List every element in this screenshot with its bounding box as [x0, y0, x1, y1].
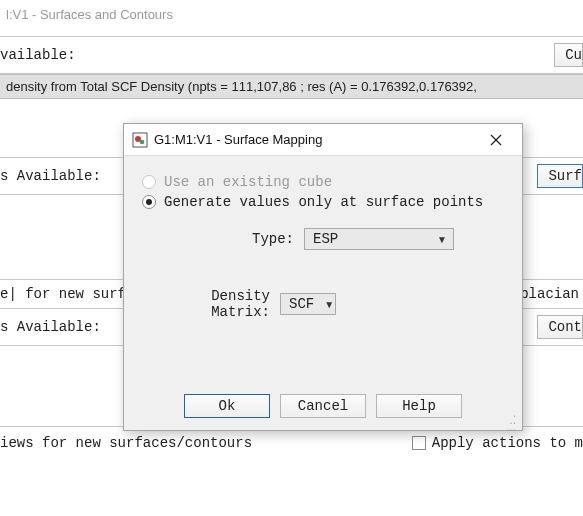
apply-label: Apply actions to m — [432, 435, 583, 451]
radio-icon — [142, 195, 156, 209]
apply-checkbox-group[interactable]: Apply actions to m — [412, 435, 583, 451]
background-window: l:V1 - Surfaces and Contours vailable: C… — [0, 0, 583, 516]
type-select[interactable]: ESP ▼ — [304, 228, 454, 250]
radio-existing-cube: Use an existing cube — [142, 174, 504, 190]
views-label: iews for new surfaces/contours — [0, 435, 252, 451]
cube-entry-text: density from Total SCF Density (npts = 1… — [6, 79, 477, 94]
surface-mapping-dialog: G1:M1:V1 - Surface Mapping Use an existi… — [123, 123, 523, 431]
radio-icon — [142, 175, 156, 189]
density-label: Density Matrix: — [152, 288, 280, 320]
new-surf-text: e| for new surf — [0, 286, 126, 302]
density-select[interactable]: SCF ▼ — [280, 293, 336, 315]
dialog-title: G1:M1:V1 - Surface Mapping — [154, 132, 478, 147]
density-value: SCF — [289, 296, 314, 312]
cubes-available-label: vailable: — [0, 47, 76, 63]
cube-list-item[interactable]: density from Total SCF Density (npts = 1… — [0, 74, 583, 99]
svg-point-2 — [140, 139, 145, 144]
close-button[interactable] — [478, 128, 514, 152]
contours-available-label: s Available: — [0, 319, 101, 335]
dialog-titlebar[interactable]: G1:M1:V1 - Surface Mapping — [124, 124, 522, 156]
apply-checkbox[interactable] — [412, 436, 426, 450]
app-icon — [132, 132, 148, 148]
bg-titlebar: l:V1 - Surfaces and Contours — [0, 0, 583, 28]
cu-button[interactable]: Cu — [554, 43, 583, 67]
chevron-down-icon: ▼ — [437, 234, 447, 245]
resize-grip-icon[interactable]: ...... — [502, 410, 516, 424]
radio-generate-values[interactable]: Generate values only at surface points — [142, 194, 504, 210]
ok-button[interactable]: Ok — [184, 394, 270, 418]
radio-existing-label: Use an existing cube — [164, 174, 332, 190]
help-button[interactable]: Help — [376, 394, 462, 418]
type-value: ESP — [313, 231, 338, 247]
cont-button[interactable]: Cont — [537, 315, 583, 339]
surfaces-available-label: s Available: — [0, 168, 101, 184]
radio-generate-label: Generate values only at surface points — [164, 194, 483, 210]
bg-window-title: l:V1 - Surfaces and Contours — [6, 7, 173, 22]
type-label: Type: — [176, 231, 304, 247]
close-icon — [490, 134, 502, 146]
chevron-down-icon: ▼ — [324, 299, 334, 310]
cancel-button[interactable]: Cancel — [280, 394, 366, 418]
surf-button[interactable]: Surf — [537, 164, 583, 188]
